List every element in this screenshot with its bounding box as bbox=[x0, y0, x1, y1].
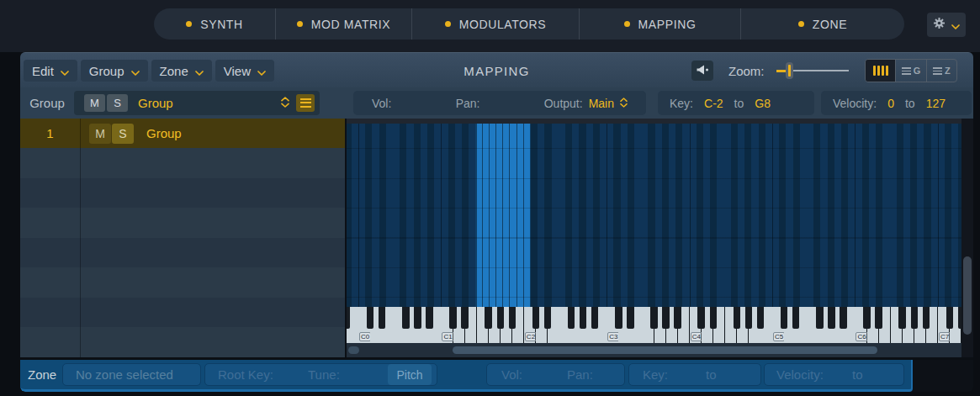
horizontal-scrollbar[interactable] bbox=[347, 343, 961, 357]
key-high-value[interactable]: G8 bbox=[755, 97, 771, 110]
piano-key-black[interactable] bbox=[710, 307, 718, 329]
zone-name-field[interactable]: No zone selected bbox=[62, 363, 201, 386]
piano-key-black[interactable] bbox=[402, 307, 410, 329]
tab-zone[interactable]: ZONE bbox=[741, 8, 904, 40]
pitch-button[interactable]: Pitch bbox=[388, 364, 432, 385]
piano-key-black[interactable] bbox=[497, 307, 505, 329]
tab-synth[interactable]: SYNTH bbox=[154, 8, 275, 40]
piano-key-black[interactable] bbox=[591, 307, 599, 329]
menu-group[interactable]: Group bbox=[81, 60, 148, 82]
piano-key-black[interactable] bbox=[509, 307, 516, 329]
piano-key-black[interactable] bbox=[449, 307, 457, 329]
chevron-down-icon bbox=[257, 64, 266, 78]
menu-edit[interactable]: Edit bbox=[24, 60, 77, 82]
zone-vol-field[interactable]: Vol: bbox=[501, 364, 522, 385]
piano-key-black[interactable] bbox=[674, 307, 681, 329]
piano-key-black[interactable] bbox=[875, 307, 882, 329]
tab-mod-matrix[interactable]: MOD MATRIX bbox=[276, 8, 411, 40]
scrollbar-end-nub[interactable] bbox=[348, 346, 359, 354]
row-solo-button[interactable]: S bbox=[112, 124, 134, 144]
vertical-scrollbar[interactable] bbox=[961, 119, 973, 357]
piano-key-black[interactable] bbox=[863, 307, 871, 329]
keyboard-view-button[interactable] bbox=[866, 60, 896, 82]
vertical-scrollbar-thumb[interactable] bbox=[963, 256, 972, 335]
piano-key-black[interactable] bbox=[662, 307, 670, 329]
group-row-selected[interactable]: 1 M S Group bbox=[20, 119, 345, 148]
row-mute-button[interactable]: M bbox=[89, 124, 111, 144]
group-list-view-button[interactable]: G bbox=[896, 60, 926, 82]
piano-key-black[interactable] bbox=[580, 307, 587, 329]
root-key-field[interactable]: Root Key: bbox=[218, 364, 273, 385]
output-label: Output: bbox=[544, 97, 583, 110]
group-row-empty[interactable] bbox=[20, 327, 345, 357]
piano-key-black[interactable] bbox=[958, 307, 961, 329]
zone-map[interactable]: C0C1C2C3C4C5C6C7 bbox=[347, 119, 961, 357]
zone-key-field[interactable]: Key: bbox=[643, 364, 668, 385]
group-select-value[interactable]: Group bbox=[138, 96, 173, 110]
group-row-empty[interactable] bbox=[20, 178, 345, 209]
piano-key-black[interactable] bbox=[816, 307, 824, 329]
group-mute-button[interactable]: M bbox=[84, 94, 105, 112]
tab-modulators[interactable]: MODULATORS bbox=[412, 8, 579, 40]
zone-pan-field[interactable]: Pan: bbox=[567, 364, 593, 385]
group-output-field[interactable]: Output: Main bbox=[544, 97, 628, 110]
piano-key-black[interactable] bbox=[745, 307, 753, 329]
piano-key-black[interactable] bbox=[734, 307, 741, 329]
piano-key-black[interactable] bbox=[461, 307, 469, 329]
group-pan-field[interactable]: Pan: bbox=[456, 97, 480, 110]
zone-velocity-field[interactable]: Velocity: bbox=[776, 364, 824, 385]
chevron-updown-icon bbox=[620, 97, 628, 110]
piano-key-black[interactable] bbox=[568, 307, 575, 329]
piano-key-black[interactable] bbox=[757, 307, 765, 329]
group-row-empty[interactable] bbox=[20, 298, 345, 328]
tune-field[interactable]: Tune: bbox=[308, 364, 340, 385]
piano-key-black[interactable] bbox=[923, 307, 930, 329]
piano-key-black[interactable] bbox=[367, 307, 374, 329]
piano-key-black[interactable] bbox=[650, 307, 658, 329]
zone-list-view-button[interactable]: Z bbox=[927, 60, 956, 82]
piano-key-black[interactable] bbox=[627, 307, 634, 329]
piano-key-black[interactable] bbox=[426, 307, 433, 329]
piano-key-black[interactable] bbox=[532, 307, 540, 329]
tab-mapping[interactable]: MAPPING bbox=[580, 8, 740, 40]
output-value[interactable]: Main bbox=[589, 97, 614, 110]
group-solo-button[interactable]: S bbox=[107, 94, 128, 112]
menu-view[interactable]: View bbox=[215, 60, 274, 82]
piano-key-black[interactable] bbox=[615, 307, 622, 329]
zone-bar: Zone No zone selected Root Key: Tune: Pi… bbox=[20, 360, 913, 392]
list-lines-icon bbox=[902, 67, 911, 75]
zoom-slider[interactable] bbox=[776, 53, 854, 88]
zoom-slider-handle[interactable] bbox=[786, 62, 793, 79]
group-row-empty[interactable] bbox=[20, 238, 345, 268]
piano-key-black[interactable] bbox=[792, 307, 800, 329]
piano-key-black[interactable] bbox=[379, 307, 386, 329]
menu-zone[interactable]: Zone bbox=[151, 60, 212, 82]
menu-label: View bbox=[224, 64, 251, 78]
group-row-empty[interactable] bbox=[20, 148, 345, 178]
piano-key-black[interactable] bbox=[898, 307, 906, 329]
piano-key-black[interactable] bbox=[911, 307, 919, 329]
group-velocity-range-box: Velocity: 0 to 127 bbox=[821, 91, 972, 115]
group-row-name[interactable]: Group bbox=[146, 126, 182, 140]
settings-button[interactable] bbox=[927, 13, 966, 37]
piano-key-black[interactable] bbox=[781, 307, 788, 329]
piano-key-black[interactable] bbox=[347, 307, 350, 329]
piano-key-black[interactable] bbox=[697, 307, 705, 329]
group-row-empty[interactable] bbox=[20, 208, 345, 238]
zoom-slider-track[interactable] bbox=[793, 70, 849, 71]
group-list-menu-button[interactable] bbox=[296, 94, 315, 112]
group-select[interactable]: M S Group bbox=[74, 91, 320, 115]
piano-key-black[interactable] bbox=[414, 307, 421, 329]
group-row-empty[interactable] bbox=[20, 267, 345, 298]
velocity-high-value[interactable]: 127 bbox=[926, 97, 946, 110]
piano-key-black[interactable] bbox=[544, 307, 552, 329]
piano-key-black[interactable] bbox=[485, 307, 492, 329]
group-vol-field[interactable]: Vol: bbox=[372, 97, 391, 110]
velocity-low-value[interactable]: 0 bbox=[887, 97, 894, 110]
key-low-value[interactable]: C-2 bbox=[704, 97, 723, 110]
horizontal-scrollbar-thumb[interactable] bbox=[453, 346, 877, 354]
piano-key-black[interactable] bbox=[946, 307, 954, 329]
piano-key-black[interactable] bbox=[828, 307, 835, 329]
audition-button[interactable] bbox=[691, 61, 713, 81]
piano-key-black[interactable] bbox=[840, 307, 847, 329]
